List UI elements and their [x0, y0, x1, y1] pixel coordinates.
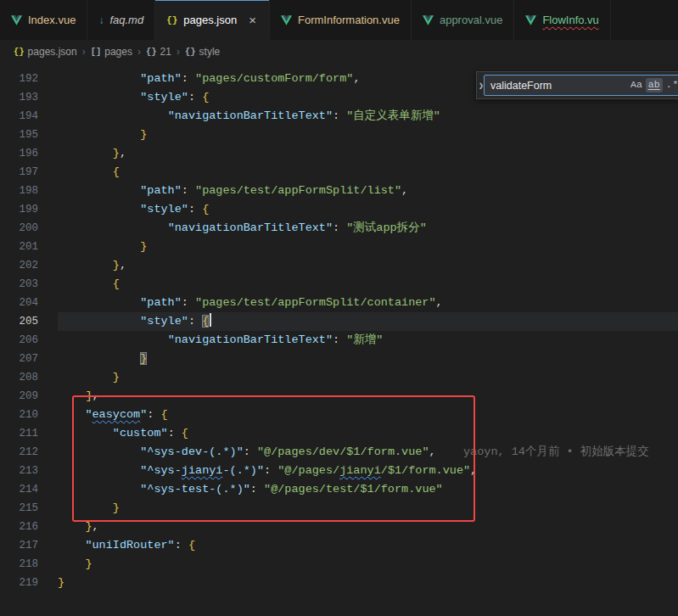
line-number[interactable]: 195	[0, 126, 58, 144]
code-line-210[interactable]: 210 "easycom": {	[0, 406, 678, 424]
line-number[interactable]: 203	[0, 275, 58, 294]
code-line-208[interactable]: 208 }	[0, 368, 678, 387]
line-content: "easycom": {	[58, 406, 678, 424]
indent	[58, 72, 140, 85]
tab-Index.vue[interactable]: Index.vue	[0, 0, 87, 40]
indent	[58, 464, 140, 477]
line-number[interactable]: 199	[0, 200, 58, 219]
code-line-195[interactable]: 195 }	[0, 126, 678, 144]
code-line-205[interactable]: 205 "style": {	[0, 312, 678, 331]
punctuation: :	[188, 203, 202, 216]
whole-word-icon[interactable]: ab	[646, 78, 663, 92]
line-number[interactable]: 214	[0, 480, 58, 499]
code-line-200[interactable]: 200 "navigationBarTitleText": "测试app拆分"	[0, 219, 678, 238]
line-content: }	[58, 238, 678, 256]
line-number[interactable]: 207	[0, 350, 58, 368]
line-number[interactable]: 204	[0, 294, 58, 312]
tab-FormInformation.vue[interactable]: FormInformation.vue	[270, 0, 412, 40]
line-number[interactable]: 206	[0, 331, 58, 350]
match-case-icon[interactable]: Aa	[628, 78, 645, 92]
breadcrumb-item-21[interactable]: {}21	[146, 46, 171, 58]
line-number[interactable]: 215	[0, 499, 58, 518]
code-line-211[interactable]: 211 "custom": {	[0, 424, 678, 443]
json-string: "@/pages/	[277, 464, 339, 477]
breadcrumb-item-pages[interactable]: []pages	[91, 46, 132, 58]
search-input[interactable]	[490, 80, 627, 92]
punctuation: ,	[470, 464, 477, 477]
punctuation: :	[244, 445, 257, 458]
json-icon: {}	[166, 15, 177, 25]
code-line-201[interactable]: 201 }	[0, 238, 678, 256]
tab-FlowInfo.vu[interactable]: FlowInfo.vu	[514, 0, 610, 40]
line-number[interactable]: 209	[0, 387, 58, 406]
line-number[interactable]: 194	[0, 107, 58, 126]
line-number[interactable]: 192	[0, 70, 58, 88]
line-content: }	[58, 555, 678, 574]
indent	[58, 109, 168, 122]
code-line-216[interactable]: 216 },	[0, 518, 678, 536]
punctuation: ,	[436, 296, 443, 309]
tab-label: Index.vue	[28, 14, 76, 26]
line-number[interactable]: 213	[0, 462, 58, 480]
line-number[interactable]: 219	[0, 574, 58, 592]
close-icon[interactable]: ×	[247, 14, 258, 26]
code-line-214[interactable]: 214 "^sys-test-(.*)": "@/pages/test/$1/f…	[0, 480, 678, 499]
line-content: "^sys-test-(.*)": "@/pages/test/$1/form.…	[58, 480, 678, 499]
json-string: "pages/test/appFormSplit/list"	[195, 184, 401, 197]
regex-icon[interactable]: .*	[664, 78, 678, 92]
code-line-207[interactable]: 207 }	[0, 350, 678, 368]
line-number[interactable]: 217	[0, 536, 58, 555]
code-line-198[interactable]: 198 "path": "pages/test/appFormSplit/lis…	[0, 182, 678, 200]
tab-approval.vue[interactable]: approval.vue	[412, 0, 514, 40]
json-string: "测试app拆分"	[346, 221, 427, 234]
line-number[interactable]: 208	[0, 368, 58, 387]
code-line-218[interactable]: 218 }	[0, 555, 678, 574]
json-string: jianyi	[339, 464, 381, 477]
json-string: "pages/test/appFormSplit/container"	[195, 296, 436, 309]
code-line-204[interactable]: 204 "path": "pages/test/appFormSplit/con…	[0, 294, 678, 312]
code-line-202[interactable]: 202 },	[0, 256, 678, 275]
line-number[interactable]: 196	[0, 144, 58, 163]
tab-faq.md[interactable]: ↓faq.md	[87, 0, 155, 40]
json-key: "style"	[140, 91, 188, 104]
line-number[interactable]: 202	[0, 256, 58, 275]
line-number[interactable]: 193	[0, 88, 58, 107]
tab-bar: Index.vue↓faq.md{}pages.json×FormInforma…	[0, 0, 678, 40]
punctuation: :	[182, 296, 195, 309]
punctuation: ,	[353, 72, 360, 85]
find-widget: ❯ Aa ab .*	[476, 71, 678, 99]
indent	[58, 483, 140, 496]
line-number[interactable]: 216	[0, 518, 58, 536]
code-line-213[interactable]: 213 "^sys-jianyi-(.*)": "@/pages/jianyi/…	[0, 462, 678, 480]
line-number[interactable]: 200	[0, 219, 58, 238]
breadcrumb-item-pages.json[interactable]: {}pages.json	[14, 46, 77, 58]
bracket: }	[140, 128, 147, 141]
code-line-199[interactable]: 199 "style": {	[0, 200, 678, 219]
code-line-217[interactable]: 217 "uniIdRouter": {	[0, 536, 678, 555]
code-line-203[interactable]: 203 {	[0, 275, 678, 294]
line-number[interactable]: 205	[0, 312, 58, 331]
line-number[interactable]: 212	[0, 443, 58, 462]
code-line-212[interactable]: 212 "^sys-dev-(.*)": "@/pages/dev/$1/for…	[0, 443, 678, 462]
json-key: "style"	[140, 315, 188, 328]
punctuation: :	[182, 72, 195, 85]
bracket: }	[113, 371, 120, 384]
line-number[interactable]: 211	[0, 424, 58, 443]
code-line-206[interactable]: 206 "navigationBarTitleText": "新增"	[0, 331, 678, 350]
code-line-196[interactable]: 196 },	[0, 144, 678, 163]
line-number[interactable]: 210	[0, 406, 58, 424]
line-number[interactable]: 201	[0, 238, 58, 256]
indent	[58, 315, 140, 328]
line-number[interactable]: 218	[0, 555, 58, 574]
line-number[interactable]: 197	[0, 163, 58, 182]
git-blame-annotation: yaoyn, 14个月前 • 初始版本提交	[436, 445, 649, 458]
breadcrumb-item-style[interactable]: {}style	[185, 46, 220, 58]
code-line-194[interactable]: 194 "navigationBarTitleText": "自定义表单新增"	[0, 107, 678, 126]
tab-pages.json[interactable]: {}pages.json×	[155, 0, 270, 40]
code-line-209[interactable]: 209 ],	[0, 387, 678, 406]
line-number[interactable]: 198	[0, 182, 58, 200]
json-string: "自定义表单新增"	[346, 109, 440, 122]
code-line-215[interactable]: 215 }	[0, 499, 678, 518]
code-line-219[interactable]: 219}	[0, 574, 678, 592]
code-line-197[interactable]: 197 {	[0, 163, 678, 182]
